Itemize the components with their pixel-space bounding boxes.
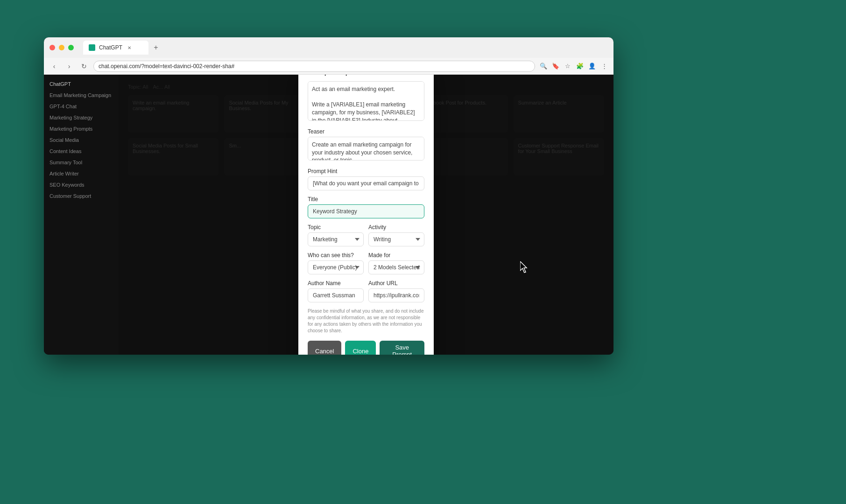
title-input[interactable] <box>308 204 424 218</box>
modal-footer: Cancel Clone Save Prompt <box>308 341 424 355</box>
sidebar: ChatGPT Email Marketing Campaign GPT-4 C… <box>44 75 119 355</box>
sidebar-item-9[interactable]: SEO Keywords <box>44 179 119 190</box>
browser-titlebar: ChatGPT ✕ + <box>44 37 613 58</box>
prompt-hint-input[interactable] <box>308 176 424 190</box>
activity-label: Activity <box>368 224 424 231</box>
prompt-hint-label: Prompt Hint <box>308 168 424 175</box>
tab-bar: ChatGPT ✕ + <box>83 41 608 55</box>
teaser-label: Teaser <box>308 128 424 135</box>
address-bar[interactable]: chat.openai.com/?model=text-davinci-002-… <box>93 61 535 72</box>
save-prompt-button[interactable]: Save Prompt <box>380 341 424 355</box>
tab-label: ChatGPT <box>99 44 122 51</box>
clone-button[interactable]: Clone <box>345 341 376 355</box>
author-url-input[interactable] <box>368 288 424 302</box>
sidebar-item-2[interactable]: GPT-4 Chat <box>44 101 119 112</box>
main-content: Topic: All Ac... All Write an email mark… <box>119 75 613 355</box>
new-tab-button[interactable]: + <box>150 42 162 53</box>
star-icon[interactable]: ☆ <box>563 62 572 71</box>
modal-title: Prompt Template <box>308 75 424 76</box>
mouse-cursor <box>520 261 531 276</box>
sidebar-item-6[interactable]: Content Ideas <box>44 146 119 157</box>
traffic-light-green[interactable] <box>68 45 74 50</box>
author-url-label: Author URL <box>368 280 424 287</box>
url-text: chat.openai.com/?model=text-davinci-002-… <box>99 63 234 70</box>
tab-favicon <box>89 44 95 51</box>
tab-close-icon[interactable]: ✕ <box>126 44 133 51</box>
forward-button[interactable]: › <box>63 61 75 72</box>
topic-form-group: Topic Marketing SEO Writing <box>308 224 364 246</box>
visibility-form-group: Who can see this? Everyone (Public) Only… <box>308 252 364 274</box>
sidebar-item-1[interactable]: Email Marketing Campaign <box>44 90 119 101</box>
activity-select[interactable]: Writing Research <box>368 232 424 246</box>
back-button[interactable]: ‹ <box>49 61 60 72</box>
bookmark-icon[interactable]: 🔖 <box>551 62 560 71</box>
search-icon[interactable]: 🔍 <box>539 62 548 71</box>
author-name-input[interactable] <box>308 288 364 302</box>
browser-toolbar: ‹ › ↻ chat.openai.com/?model=text-davinc… <box>44 58 613 75</box>
author-name-label: Author Name <box>308 280 364 287</box>
teaser-form-group: Teaser <box>308 128 424 163</box>
sidebar-item-0[interactable]: ChatGPT <box>44 78 119 90</box>
browser-window: ChatGPT ✕ + ‹ › ↻ chat.openai.com/?model… <box>44 37 613 355</box>
modal-overlay: Prompt Template Teaser Prompt Hint <box>119 75 613 355</box>
sidebar-item-7[interactable]: Summary Tool <box>44 157 119 168</box>
disclaimer-text: Please be mindful of what you share, and… <box>308 308 424 334</box>
visibility-made-for-row: Who can see this? Everyone (Public) Only… <box>308 252 424 280</box>
page-content: ChatGPT Email Marketing Campaign GPT-4 C… <box>44 75 613 355</box>
traffic-light-yellow[interactable] <box>59 45 64 50</box>
prompt-hint-form-group: Prompt Hint <box>308 168 424 190</box>
modal: Prompt Template Teaser Prompt Hint <box>298 75 434 355</box>
made-for-form-group: Made for 2 Models Selected All Models <box>368 252 424 274</box>
sidebar-item-10[interactable]: Customer Support <box>44 190 119 202</box>
extension-icon[interactable]: 🧩 <box>575 62 585 71</box>
cancel-button[interactable]: Cancel <box>308 341 341 355</box>
visibility-select[interactable]: Everyone (Public) Only Me <box>308 260 364 274</box>
title-form-group: Title <box>308 196 424 218</box>
sidebar-item-3[interactable]: Marketing Strategy <box>44 112 119 123</box>
title-label: Title <box>308 196 424 203</box>
template-form-group <box>308 81 424 123</box>
sidebar-item-4[interactable]: Marketing Prompts <box>44 123 119 134</box>
author-url-form-group: Author URL <box>368 280 424 302</box>
topic-activity-row: Topic Marketing SEO Writing Activity Wri… <box>308 224 424 252</box>
activity-form-group: Activity Writing Research <box>368 224 424 246</box>
toolbar-icons: 🔍 🔖 ☆ 🧩 👤 ⋮ <box>539 62 609 71</box>
reload-button[interactable]: ↻ <box>78 61 90 72</box>
sidebar-item-5[interactable]: Social Media <box>44 134 119 146</box>
traffic-light-red[interactable] <box>49 45 55 50</box>
menu-icon[interactable]: ⋮ <box>599 62 609 71</box>
active-tab[interactable]: ChatGPT ✕ <box>83 41 148 55</box>
profile-icon[interactable]: 👤 <box>587 62 597 71</box>
made-for-label: Made for <box>368 252 424 259</box>
author-row: Author Name Author URL <box>308 280 424 308</box>
sidebar-item-8[interactable]: Article Writer <box>44 168 119 179</box>
topic-select[interactable]: Marketing SEO Writing <box>308 232 364 246</box>
topic-label: Topic <box>308 224 364 231</box>
template-textarea[interactable] <box>308 81 424 121</box>
author-name-form-group: Author Name <box>308 280 364 302</box>
made-for-select[interactable]: 2 Models Selected All Models <box>368 260 424 274</box>
visibility-label: Who can see this? <box>308 252 364 259</box>
teaser-textarea[interactable] <box>308 137 424 161</box>
